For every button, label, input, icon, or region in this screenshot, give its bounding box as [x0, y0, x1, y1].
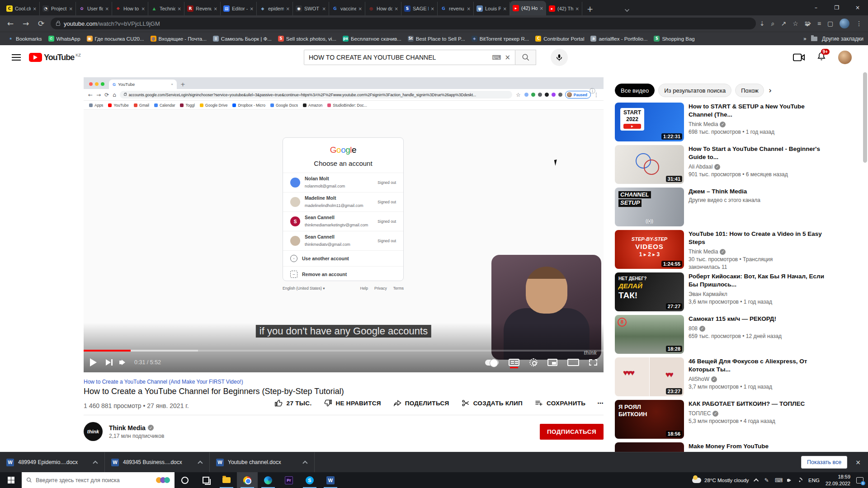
create-clip-button[interactable]: СОЗДАТЬ КЛИП — [461, 399, 523, 408]
tab-close-icon[interactable]: × — [540, 6, 543, 11]
tray-overflow-chevron-icon[interactable] — [754, 478, 759, 483]
hamburger-menu-icon[interactable] — [12, 52, 21, 62]
taskbar-chrome[interactable] — [237, 472, 258, 488]
filter-chip[interactable]: Все видео — [615, 84, 655, 97]
filter-chip[interactable]: Похож — [735, 84, 764, 97]
filter-chip[interactable]: Из результатов поиска — [658, 84, 731, 97]
touch-keyboard-icon[interactable]: ⌨ — [775, 477, 783, 483]
tab-close-icon[interactable]: × — [359, 6, 362, 11]
address-bar[interactable]: youtube.com/watch?v=bVPjcLL9jGM — [51, 18, 756, 29]
autoplay-toggle[interactable] — [485, 360, 499, 366]
bookmark-star-icon[interactable]: ☆ — [793, 20, 798, 27]
video-player[interactable]: G YouTube × + ←→⟳⌂ accounts.google.com/S… — [84, 77, 604, 372]
account-row[interactable]: S Sean Cannell thinkmediamarketingtv@gma… — [283, 211, 403, 231]
browser-tab[interactable]: ◔ Project × — [40, 2, 76, 15]
youtube-logo[interactable]: YouTube KZ — [29, 53, 81, 62]
bookmark-item[interactable]: ≣ Самюэль Бьорк | Ф... — [210, 34, 275, 43]
related-video-item[interactable]: 18:28 Самокат 115 км/ч — РЕКОРД! 808✓ 65… — [615, 315, 864, 354]
account-row[interactable]: Nolan Molt nolanmolt@gmail.com Signed ou… — [283, 173, 403, 192]
share-icon[interactable]: ↗ — [781, 20, 787, 27]
downloads-bar-close-icon[interactable]: × — [855, 459, 861, 466]
taskbar-word[interactable]: W — [320, 472, 341, 488]
pen-icon[interactable]: ✎ — [764, 477, 769, 483]
tab-close-icon[interactable]: × — [322, 6, 326, 11]
reload-button[interactable]: ⟳ — [35, 19, 47, 28]
browser-tab[interactable]: ▲ Technic × — [148, 2, 184, 15]
tab-close-icon[interactable]: × — [467, 6, 471, 11]
forward-button[interactable]: → — [20, 19, 32, 28]
reading-list-icon[interactable]: ≡ — [817, 20, 821, 27]
browser-tab[interactable]: ◉ SWOT / × — [293, 2, 329, 15]
bookmark-item[interactable]: @ Входящие - Почта... — [147, 34, 210, 43]
play-button[interactable] — [90, 358, 97, 366]
taskbar-file-explorer[interactable] — [216, 472, 237, 488]
weather-widget[interactable]: 28°C Mostly cloudy — [692, 478, 749, 483]
save-button[interactable]: СОХРАНИТЬ — [534, 399, 585, 408]
share-button[interactable]: ПОДЕЛИТЬСЯ — [393, 399, 449, 408]
browser-tab[interactable]: ✿ User flo × — [76, 2, 112, 15]
remove-account-button[interactable]: – Remove an account — [283, 266, 403, 282]
window-minimize-button[interactable]: – — [806, 0, 826, 15]
keyboard-icon[interactable]: ⌨ — [492, 54, 501, 61]
settings-icon[interactable] — [529, 358, 538, 366]
browser-tab[interactable]: ψ Louis P × — [474, 2, 510, 15]
tab-close-icon[interactable]: × — [69, 6, 73, 11]
related-video-item[interactable]: НЕТ ДЕНЕГ? ДЕЛАЙ ТАК! 27:27 Роберт Кийос… — [615, 272, 864, 311]
account-row[interactable]: Madeline Molt madelinelindholm11@gmail.c… — [283, 192, 403, 211]
browser-tab[interactable]: G revenu × — [438, 2, 474, 15]
bookmark-item[interactable]: S Shopping Bag — [651, 34, 698, 43]
profile-avatar[interactable] — [840, 19, 849, 28]
network-icon[interactable] — [796, 476, 804, 484]
language-selector[interactable]: English (United States) ▾ — [283, 286, 325, 291]
tab-close-icon[interactable]: × — [142, 6, 145, 11]
show-all-button[interactable]: Показать все — [801, 456, 847, 469]
browser-tab[interactable]: ▸ (42) Thi × — [546, 2, 582, 15]
browser-tab[interactable]: ▸ (42) Ho × — [510, 1, 546, 15]
bookmark-item[interactable]: St Best Place to Sell P... — [405, 34, 468, 43]
bookmark-item[interactable]: C Contributor Portal — [532, 34, 587, 43]
notifications-button[interactable]: 9+ — [816, 51, 826, 64]
theater-mode-icon[interactable] — [567, 359, 579, 366]
download-item[interactable]: W 489949 Epidemio....docx — [0, 452, 105, 472]
bookmark-item[interactable]: ▣ Где посылка CU20... — [84, 34, 147, 43]
language-indicator[interactable]: ENG — [808, 478, 820, 483]
bookmark-item[interactable]: ★ Bookmarks — [5, 34, 45, 43]
taskbar-skype[interactable]: S — [299, 472, 320, 488]
browser-tab[interactable]: ◆ epidem × — [257, 2, 293, 15]
chevron-up-icon[interactable] — [302, 460, 307, 465]
related-video-item[interactable]: Я РОЯЛ БИТКОИН 18:56 КАК РАБОТАЕТ БИТКОИ… — [615, 400, 864, 439]
zoom-icon[interactable]: ⌕ — [771, 20, 775, 28]
browser-tab[interactable]: S SAGE R × — [401, 2, 438, 15]
browser-tab[interactable]: ▤ Editor - × — [221, 2, 257, 15]
tab-close-icon[interactable]: × — [431, 6, 434, 11]
footer-link[interactable]: Terms — [393, 286, 404, 291]
use-another-account-button[interactable]: ◦ Use another account — [283, 250, 403, 266]
related-video-item[interactable]: START 2022 1:22:31 How to START & SETUP … — [615, 103, 864, 141]
action-center-icon[interactable]: 6 — [856, 477, 863, 483]
subscribe-button[interactable]: ПОДПИСАТЬСЯ — [540, 424, 604, 440]
tab-search-chevron-icon[interactable] — [625, 7, 629, 12]
tab-close-icon[interactable]: × — [214, 6, 217, 11]
taskbar-cortana[interactable] — [175, 472, 195, 488]
tab-close-icon[interactable]: × — [178, 6, 181, 11]
bookmark-item[interactable]: a aerialflex - Portfolio... — [587, 34, 651, 43]
clock[interactable]: 18:59 22.09.2022 — [826, 474, 850, 487]
create-video-icon[interactable] — [793, 53, 805, 62]
clear-search-icon[interactable]: × — [505, 53, 510, 61]
tab-close-icon[interactable]: × — [250, 6, 254, 11]
channel-name[interactable]: Think Media — [109, 424, 146, 432]
chevron-up-icon[interactable] — [93, 460, 98, 465]
more-actions-icon[interactable]: ⋯ — [597, 399, 604, 407]
progress-bar[interactable] — [84, 350, 604, 352]
fullscreen-icon[interactable] — [589, 359, 597, 366]
channel-avatar[interactable]: think — [84, 422, 103, 441]
tab-close-icon[interactable]: × — [395, 6, 398, 11]
tab-close-icon[interactable]: × — [105, 6, 109, 11]
related-video-item[interactable]: STEP-BY-STEP VIDEOS 1 ▸ 2 ▸ 3 1:24:55 Yo… — [615, 230, 864, 269]
other-bookmarks-button[interactable]: Другие закладки — [822, 36, 863, 42]
browser-tab[interactable]: C Cool.clu × — [4, 2, 40, 15]
like-button[interactable]: 27 ТЫС. — [274, 399, 312, 408]
voice-search-button[interactable] — [551, 49, 568, 66]
install-icon[interactable]: ⇣ — [760, 20, 765, 27]
bookmarks-overflow-icon[interactable]: » — [803, 36, 807, 42]
